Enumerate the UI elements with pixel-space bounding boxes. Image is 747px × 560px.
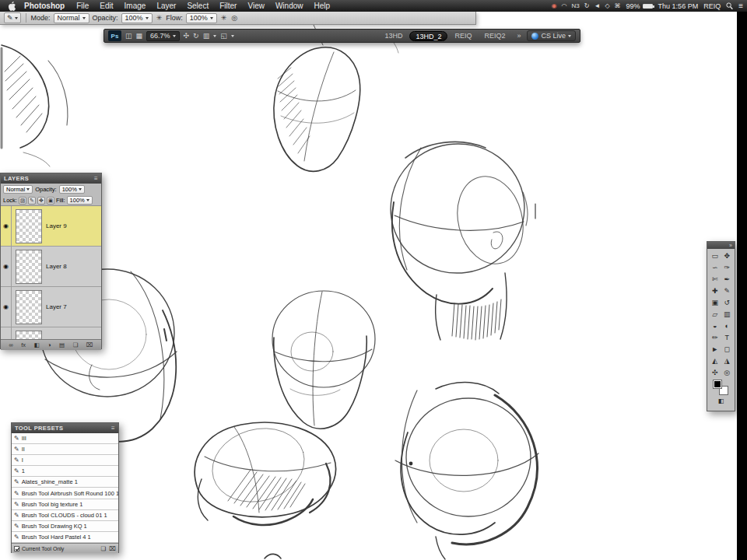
foreground-color-swatch[interactable] bbox=[713, 380, 722, 389]
status-icon[interactable]: ⌘ bbox=[615, 2, 621, 9]
status-icon[interactable]: ◉ bbox=[552, 2, 557, 9]
workspace-button[interactable]: REIQ2 bbox=[479, 31, 510, 41]
status-icon[interactable]: ◄ bbox=[594, 2, 601, 9]
status-icon[interactable]: ↻ bbox=[584, 2, 590, 9]
clone-stamp-tool-icon[interactable]: ▣ bbox=[709, 296, 721, 308]
menu-item[interactable]: File bbox=[71, 0, 94, 12]
delete-layer-icon[interactable]: ⌧ bbox=[86, 341, 93, 348]
lock-position-icon[interactable]: ✥ bbox=[37, 197, 45, 205]
menu-item[interactable]: Help bbox=[309, 0, 336, 12]
tools-panel-header[interactable]: » bbox=[707, 242, 735, 249]
preset-row[interactable]: ✎ Brush Tool Drawing KQ 1 bbox=[12, 521, 118, 532]
menu-item[interactable]: Window bbox=[270, 0, 309, 12]
menu-item[interactable]: Image bbox=[119, 0, 152, 12]
menu-clock[interactable]: Thu 1:56 PM bbox=[658, 2, 699, 10]
view-extras-icon[interactable]: ▦ bbox=[136, 32, 143, 40]
new-layer-icon[interactable]: ❏ bbox=[73, 341, 79, 348]
preset-row[interactable]: ✎ Alates_shine_matte 1 bbox=[12, 477, 118, 488]
layers-opacity-select[interactable]: 100% bbox=[59, 185, 85, 194]
spotlight-icon[interactable] bbox=[726, 2, 733, 10]
layers-panel-header[interactable]: LAYERS ≡ bbox=[1, 173, 101, 184]
zoom-tool-icon[interactable]: ◎ bbox=[721, 366, 734, 378]
zoom-level-field[interactable]: 66.7% bbox=[146, 31, 180, 41]
menu-item[interactable]: Select bbox=[181, 0, 214, 12]
tablet-pressure-icon[interactable]: ◎ bbox=[230, 14, 238, 22]
layer-row-partial[interactable] bbox=[1, 327, 101, 339]
pen-tool-icon[interactable]: ✏ bbox=[709, 331, 721, 343]
visibility-toggle[interactable]: ◉ bbox=[1, 287, 12, 327]
visibility-toggle[interactable]: ◉ bbox=[1, 247, 12, 286]
menu-item[interactable]: Filter bbox=[214, 0, 242, 12]
layer-thumbnail[interactable] bbox=[16, 250, 42, 284]
layer-mask-icon[interactable]: ◧ bbox=[34, 341, 40, 348]
layer-row[interactable]: ◉ Layer 9 bbox=[1, 206, 101, 247]
rectangular-marquee-tool-icon[interactable]: ▭ bbox=[709, 250, 721, 261]
tool-presets-header[interactable]: TOOL PRESETS ≡ bbox=[12, 423, 118, 433]
screen-mode-icon[interactable]: ◱ bbox=[220, 32, 227, 40]
quick-selection-tool-icon[interactable]: ✑ bbox=[721, 261, 734, 273]
cs-live-button[interactable]: CS Live bbox=[527, 30, 576, 41]
3d-camera-tool-icon[interactable]: ◮ bbox=[721, 355, 734, 366]
collapse-panel-icon[interactable]: » bbox=[729, 243, 732, 248]
status-icon[interactable]: ◇ bbox=[605, 2, 609, 9]
hand-tool-icon[interactable]: ✣ bbox=[184, 32, 190, 40]
layer-thumbnail[interactable] bbox=[16, 209, 42, 243]
layer-thumbnail[interactable] bbox=[16, 290, 42, 324]
workspace-button[interactable]: 13HD_2 bbox=[409, 31, 447, 41]
lock-pixels-icon[interactable]: ✎ bbox=[28, 197, 36, 205]
menu-list-icon[interactable]: ≡ bbox=[738, 2, 743, 10]
status-icon[interactable]: ◠ bbox=[562, 2, 567, 9]
visibility-toggle[interactable]: ◉ bbox=[1, 206, 12, 246]
hand-tool-icon[interactable]: ✣ bbox=[709, 366, 721, 378]
battery-indicator[interactable]: 99% bbox=[626, 2, 653, 10]
adjustment-layer-icon[interactable]: ◑ bbox=[47, 341, 51, 348]
panel-menu-icon[interactable]: ≡ bbox=[94, 175, 98, 182]
blend-mode-select[interactable]: Normal bbox=[3, 185, 33, 194]
healing-brush-tool-icon[interactable]: ✚ bbox=[709, 285, 721, 296]
opacity-select[interactable]: 100% bbox=[121, 13, 153, 23]
history-brush-tool-icon[interactable]: ↺ bbox=[721, 296, 734, 308]
menu-item[interactable]: Layer bbox=[151, 0, 181, 12]
lasso-tool-icon[interactable]: ∽ bbox=[709, 261, 721, 273]
arrange-documents-icon[interactable]: ▥ bbox=[203, 32, 210, 40]
gradient-tool-icon[interactable]: ▥ bbox=[721, 308, 734, 320]
workspace-button[interactable]: 13HD bbox=[379, 31, 408, 41]
eraser-tool-icon[interactable]: ▱ bbox=[709, 308, 721, 320]
airbrush-toggle-icon[interactable]: ✳ bbox=[220, 14, 228, 22]
preset-row[interactable]: ✎ I bbox=[12, 455, 118, 466]
preset-row[interactable]: ✎ II bbox=[12, 444, 118, 455]
3d-rotate-tool-icon[interactable]: ◭ bbox=[709, 355, 721, 366]
lock-all-icon[interactable]: ▣ bbox=[47, 197, 54, 205]
layer-group-icon[interactable]: ▤ bbox=[59, 341, 65, 348]
type-tool-icon[interactable]: T bbox=[721, 331, 734, 343]
user-menu[interactable]: REIQ bbox=[703, 2, 721, 10]
preset-row[interactable]: ✎ Brush Tool Airbrush Soft Round 100 1 bbox=[12, 488, 118, 499]
shape-tool-icon[interactable]: ◻ bbox=[721, 343, 734, 355]
eyedropper-tool-icon[interactable]: ✒ bbox=[721, 273, 734, 285]
panel-menu-icon[interactable]: ≡ bbox=[111, 425, 115, 432]
blur-tool-icon[interactable]: ◒ bbox=[709, 320, 721, 331]
path-selection-tool-icon[interactable]: ► bbox=[709, 343, 721, 355]
preset-row[interactable]: ✎ Brush Tool Hard Pastel 4 1 bbox=[12, 532, 118, 543]
mode-select[interactable]: Normal bbox=[54, 13, 89, 23]
workspace-button[interactable]: REIQ bbox=[449, 31, 477, 41]
link-layers-icon[interactable]: ∞ bbox=[9, 341, 12, 348]
apple-menu-icon[interactable] bbox=[5, 2, 18, 11]
flow-select[interactable]: 100% bbox=[186, 13, 217, 23]
lock-transparency-icon[interactable]: ▨ bbox=[19, 197, 26, 205]
airbrush-icon[interactable]: ✳ bbox=[156, 14, 163, 22]
layer-row[interactable]: ◉ Layer 7 bbox=[1, 287, 101, 327]
dodge-tool-icon[interactable]: ◐ bbox=[721, 320, 734, 331]
preset-row[interactable]: ✎ 1 bbox=[12, 466, 118, 477]
layer-thumbnail[interactable] bbox=[16, 331, 42, 340]
preset-row[interactable]: ✎ III bbox=[12, 433, 118, 444]
menu-item[interactable]: Edit bbox=[94, 0, 118, 12]
preset-row[interactable]: ✎ Brush Tool big texture 1 bbox=[12, 499, 118, 510]
menu-item[interactable]: View bbox=[242, 0, 270, 12]
status-icon[interactable]: N3 bbox=[572, 2, 580, 9]
move-tool-icon[interactable]: ✥ bbox=[721, 250, 734, 261]
new-preset-icon[interactable]: ❏ bbox=[101, 545, 107, 552]
delete-preset-icon[interactable]: ⌧ bbox=[109, 545, 116, 552]
launch-bridge-icon[interactable]: ◫ bbox=[125, 32, 132, 40]
current-tool-only-checkbox[interactable] bbox=[14, 546, 19, 551]
